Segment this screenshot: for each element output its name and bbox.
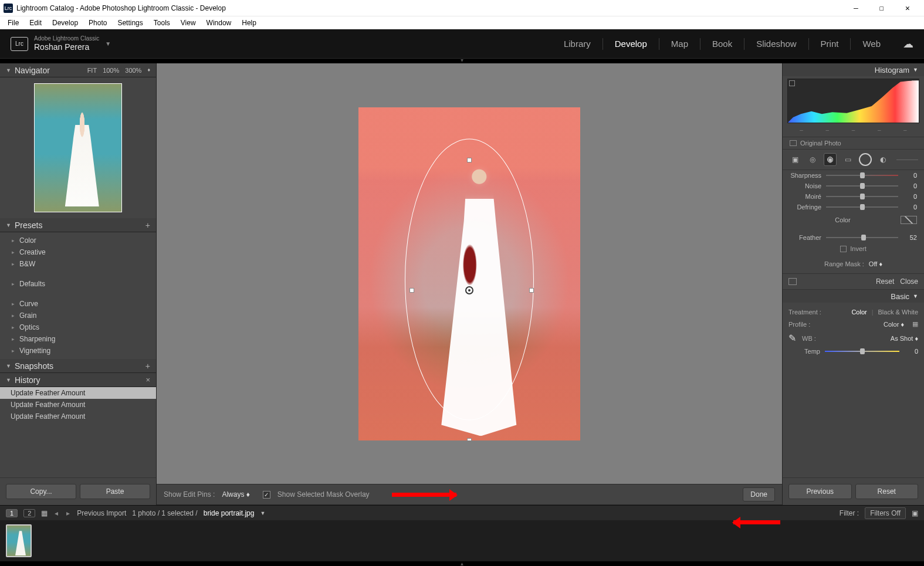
navigator-header[interactable]: ▼ Navigator FIT 100% 300% ♦ (0, 63, 156, 77)
add-preset-icon[interactable]: + (145, 221, 150, 230)
clear-history-icon[interactable]: × (145, 375, 150, 384)
identity-dropdown-icon[interactable]: ▼ (105, 40, 111, 47)
feather-slider[interactable]: Feather 52 (783, 232, 924, 243)
module-web[interactable]: Web (851, 37, 892, 51)
resize-handle[interactable] (467, 438, 472, 440)
profile-row[interactable]: Profile : Color ♦ ▦ (788, 318, 918, 330)
filmstrip-thumbnail[interactable] (6, 524, 32, 557)
next-arrow-icon[interactable]: ▸ (65, 509, 71, 517)
crop-tool-icon[interactable]: ▣ (788, 153, 801, 166)
preset-group[interactable]: Grain (0, 310, 156, 321)
graduated-tool-icon[interactable]: ▭ (841, 153, 854, 166)
resize-handle[interactable] (529, 288, 534, 293)
previous-button[interactable]: Previous (788, 484, 852, 499)
menu-photo[interactable]: Photo (83, 18, 112, 28)
mask-overlay-checkbox[interactable]: ✓ (263, 491, 270, 499)
module-develop[interactable]: Develop (603, 37, 659, 51)
resize-handle[interactable] (467, 158, 472, 162)
preset-group[interactable]: Optics (0, 321, 156, 333)
filename[interactable]: bride portrait.jpg (204, 509, 255, 517)
temp-slider[interactable]: Temp 0 (788, 346, 918, 357)
preset-group[interactable]: Defaults (0, 278, 156, 290)
basic-header[interactable]: Basic▼ (783, 290, 924, 303)
zoom-fit[interactable]: FIT (87, 67, 97, 74)
sharpness-slider[interactable]: Sharpness0 (783, 170, 924, 181)
edit-pin[interactable] (465, 286, 473, 294)
invert-checkbox[interactable]: Invert (783, 243, 924, 255)
canvas-area[interactable] (157, 63, 782, 484)
color-picker-row[interactable]: Color (783, 212, 924, 228)
redeye-tool-icon[interactable]: ◉ (824, 153, 837, 166)
snapshots-header[interactable]: ▼ Snapshots + (0, 359, 156, 373)
paste-button[interactable]: Paste (80, 484, 150, 499)
mask-reset-button[interactable]: Reset (876, 277, 894, 286)
moiré-slider[interactable]: Moiré0 (783, 191, 924, 202)
defringe-slider[interactable]: Defringe0 (783, 202, 924, 212)
menu-develop[interactable]: Develop (47, 18, 83, 28)
histogram-header[interactable]: Histogram▼ (783, 63, 924, 76)
radial-filter-outline[interactable] (405, 138, 534, 420)
toggle-panel-icon[interactable] (788, 278, 797, 285)
module-print[interactable]: Print (809, 37, 851, 51)
history-header[interactable]: ▼ History × (0, 373, 156, 387)
grid-icon[interactable]: ▦ (912, 320, 918, 328)
preset-group[interactable]: Creative (0, 246, 156, 258)
noise-slider[interactable]: Noise0 (783, 181, 924, 191)
module-map[interactable]: Map (659, 37, 700, 51)
history-item[interactable]: Update Feather Amount (0, 411, 156, 422)
history-item[interactable]: Update Feather Amount (0, 387, 156, 399)
module-book[interactable]: Book (700, 37, 744, 51)
add-snapshot-icon[interactable]: + (145, 361, 150, 371)
navigator-preview[interactable] (0, 77, 156, 218)
menu-file[interactable]: File (2, 18, 24, 28)
menu-window[interactable]: Window (201, 18, 237, 28)
prev-arrow-icon[interactable]: ◂ (53, 509, 59, 517)
view-mode-2[interactable]: 2 (23, 509, 35, 517)
zoom-300[interactable]: 300% (125, 67, 141, 74)
mask-close-button[interactable]: Close (900, 277, 918, 286)
radial-tool-icon[interactable] (859, 153, 872, 166)
history-item[interactable]: Update Feather Amount (0, 399, 156, 411)
eyedropper-icon[interactable]: ✎ (788, 333, 796, 344)
cloud-sync-icon[interactable]: ☁ (903, 38, 913, 50)
brush-tool-icon[interactable]: ◐ (876, 153, 889, 166)
menu-view[interactable]: View (175, 18, 201, 28)
minimize-button[interactable]: — (843, 0, 869, 16)
menu-settings[interactable]: Settings (112, 18, 148, 28)
filename-caret-icon[interactable]: ▼ (260, 510, 265, 516)
resize-handle[interactable] (409, 288, 414, 293)
preset-group[interactable]: Curve (0, 298, 156, 310)
maximize-button[interactable]: ☐ (869, 0, 895, 16)
module-slideshow[interactable]: Slideshow (744, 37, 808, 51)
original-photo-toggle[interactable]: Original Photo (783, 137, 924, 150)
menu-help[interactable]: Help (236, 18, 262, 28)
spot-tool-icon[interactable]: ◎ (806, 153, 819, 166)
menu-edit[interactable]: Edit (24, 18, 47, 28)
edit-pins-dropdown[interactable]: Always ♦ (222, 490, 249, 499)
photo-preview[interactable] (358, 107, 580, 440)
source-label[interactable]: Previous Import (77, 509, 126, 517)
module-library[interactable]: Library (552, 37, 603, 51)
amount-slider[interactable] (896, 160, 918, 160)
menu-tools[interactable]: Tools (148, 18, 175, 28)
zoom-caret-icon[interactable]: ♦ (147, 67, 150, 74)
view-mode-1[interactable]: 1 (6, 509, 18, 517)
grid-view-icon[interactable]: ▦ (41, 509, 48, 517)
range-mask-dropdown[interactable]: Range Mask : Off ♦ (783, 255, 924, 273)
wb-row[interactable]: ✎ WB : As Shot ♦ (788, 330, 918, 346)
reset-button[interactable]: Reset (855, 484, 919, 499)
preset-group[interactable]: Sharpening (0, 333, 156, 345)
clipping-shadow-icon[interactable] (789, 80, 795, 86)
filter-lock-icon[interactable]: ▣ (912, 509, 918, 517)
preset-group[interactable]: Color (0, 235, 156, 246)
preset-group[interactable]: B&W (0, 258, 156, 270)
filter-dropdown[interactable]: Filters Off (865, 507, 906, 519)
filmstrip[interactable] (0, 520, 924, 561)
copy-button[interactable]: Copy... (6, 484, 76, 499)
histogram-display[interactable] (787, 79, 919, 123)
close-button[interactable]: ✕ (895, 0, 920, 16)
zoom-100[interactable]: 100% (103, 67, 119, 74)
user-name[interactable]: Roshan Perera (34, 42, 99, 52)
done-button[interactable]: Done (743, 487, 775, 501)
preset-group[interactable]: Vignetting (0, 345, 156, 357)
